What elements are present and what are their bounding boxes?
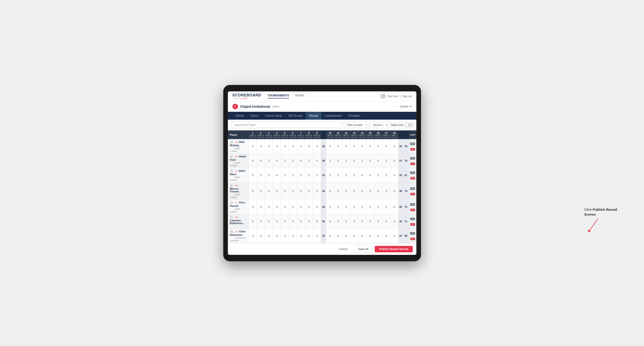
score-hole-4[interactable]: 4	[273, 168, 281, 182]
cancel-footer-button[interactable]: Cancel	[335, 246, 352, 252]
score-hole-6[interactable]: 5	[289, 199, 297, 214]
score-hole-14[interactable]: 4	[358, 182, 366, 199]
score-hole-16[interactable]: 5	[374, 214, 382, 228]
score-hole-3[interactable]: 4	[265, 199, 273, 214]
score-hole-13[interactable]: 5	[350, 182, 358, 199]
score-hole-8[interactable]: 3	[305, 214, 313, 228]
score-hole-3[interactable]: 4	[265, 228, 273, 243]
score-hole-15[interactable]: 4	[366, 168, 374, 182]
wd-badge[interactable]: WD	[410, 172, 415, 174]
tab-printables[interactable]: Printables	[345, 112, 364, 120]
score-hole-16[interactable]: 4	[374, 182, 382, 199]
score-hole-18[interactable]: 6	[390, 199, 398, 214]
score-hole-12[interactable]: 3	[342, 153, 350, 168]
tab-leaderboards[interactable]: Leaderboards	[322, 112, 345, 120]
score-hole-8[interactable]: 3	[305, 199, 313, 214]
score-hole-2[interactable]: 4	[257, 228, 265, 243]
score-hole-6[interactable]: 3	[289, 139, 297, 153]
cancel-tournament-button[interactable]: Cancel ✕	[400, 105, 412, 108]
score-hole-16[interactable]: 5	[374, 168, 382, 182]
score-hole-6[interactable]: 3	[289, 182, 297, 199]
score-hole-6[interactable]: 3	[289, 214, 297, 228]
score-hole-18[interactable]: 5	[390, 139, 398, 153]
search-input[interactable]	[232, 122, 342, 128]
score-hole-14[interactable]: 3	[358, 153, 366, 168]
score-hole-7[interactable]: 5	[297, 168, 305, 182]
wd-badge[interactable]: WD	[410, 157, 415, 160]
sign-out-link[interactable]: Sign out	[402, 95, 412, 98]
score-hole-8[interactable]: 5	[305, 182, 313, 199]
round-select[interactable]: Round 3	[371, 122, 388, 128]
score-hole-7[interactable]: 4	[297, 199, 305, 214]
save-all-button[interactable]: Save All	[354, 246, 372, 253]
score-hole-11[interactable]: 5	[334, 153, 342, 168]
score-hole-9[interactable]: 3	[313, 182, 321, 199]
dq-badge[interactable]: DQ	[410, 238, 415, 240]
score-hole-10[interactable]: 5	[326, 199, 334, 214]
score-hole-12[interactable]: 6	[342, 139, 350, 153]
score-hole-4[interactable]: 3	[273, 214, 281, 228]
dq-badge[interactable]: DQ	[410, 163, 415, 165]
score-hole-17[interactable]: 3	[382, 182, 390, 199]
score-hole-5[interactable]: 4	[281, 214, 289, 228]
score-hole-7[interactable]: 3	[297, 228, 305, 243]
score-hole-8[interactable]: 3	[305, 153, 313, 168]
nav-teams[interactable]: TEAMS	[294, 94, 304, 99]
score-hole-10[interactable]: 6	[326, 214, 334, 228]
wd-badge[interactable]: WD	[410, 232, 415, 235]
score-hole-10[interactable]: 3	[326, 168, 334, 182]
score-hole-18[interactable]: 3	[390, 168, 398, 182]
score-hole-15[interactable]: 3	[366, 182, 374, 199]
score-hole-1[interactable]: 4	[249, 214, 257, 228]
score-hole-1[interactable]: 3	[249, 228, 257, 243]
score-hole-18[interactable]: 3	[390, 214, 398, 228]
score-hole-12[interactable]: 4	[342, 199, 350, 214]
score-hole-18[interactable]: 3	[390, 182, 398, 199]
score-hole-13[interactable]: 3	[350, 214, 358, 228]
score-hole-14[interactable]: 5	[358, 228, 366, 243]
score-hole-4[interactable]: 5	[273, 182, 281, 199]
score-hole-13[interactable]: 5	[350, 139, 358, 153]
score-hole-5[interactable]: 3	[281, 168, 289, 182]
score-hole-16[interactable]: 3	[374, 199, 382, 214]
dq-badge[interactable]: DQ	[410, 148, 415, 151]
score-hole-1[interactable]: 4	[249, 153, 257, 168]
wd-badge[interactable]: WD	[410, 187, 415, 190]
dq-badge[interactable]: DQ	[410, 223, 415, 226]
score-hole-13[interactable]: 3	[350, 199, 358, 214]
score-hole-5[interactable]: 3	[281, 228, 289, 243]
score-hole-13[interactable]: 5	[350, 153, 358, 168]
dq-badge[interactable]: DQ	[410, 209, 415, 211]
score-hole-14[interactable]: 5	[358, 199, 366, 214]
score-hole-9[interactable]: 3	[313, 139, 321, 153]
score-hole-3[interactable]: 3	[265, 168, 273, 182]
tab-teams[interactable]: Teams	[247, 112, 262, 120]
score-hole-10[interactable]: 3	[326, 228, 334, 243]
score-hole-12[interactable]: 3	[342, 168, 350, 182]
score-hole-11[interactable]: 5	[334, 199, 342, 214]
dq-badge[interactable]: DQ	[410, 193, 415, 195]
score-hole-6[interactable]: 3	[289, 168, 297, 182]
score-hole-1[interactable]: 3	[249, 199, 257, 214]
score-hole-18[interactable]: 3	[390, 228, 398, 243]
score-hole-14[interactable]: 3	[358, 139, 366, 153]
tab-tee-groups[interactable]: Tee Groups	[285, 112, 306, 120]
score-hole-16[interactable]: 4	[374, 228, 382, 243]
wd-badge[interactable]: WD	[410, 218, 415, 220]
tab-course-setup[interactable]: Course Setup	[262, 112, 285, 120]
score-hole-6[interactable]: 5	[289, 153, 297, 168]
score-hole-10[interactable]: 3	[326, 139, 334, 153]
score-hole-1[interactable]: 5	[249, 168, 257, 182]
score-hole-11[interactable]: 5	[334, 228, 342, 243]
score-hole-2[interactable]: 3	[257, 182, 265, 199]
tab-details[interactable]: Details	[232, 112, 248, 120]
score-hole-3[interactable]: 3	[265, 153, 273, 168]
filter-team-select[interactable]: Filter by team	[345, 122, 368, 128]
score-hole-4[interactable]: 5	[273, 139, 281, 153]
score-hole-13[interactable]: 5	[350, 168, 358, 182]
score-hole-9[interactable]: 3	[313, 168, 321, 182]
score-hole-3[interactable]: 4	[265, 182, 273, 199]
score-hole-11[interactable]: 5	[334, 139, 342, 153]
score-hole-4[interactable]: 5	[273, 199, 281, 214]
score-hole-3[interactable]: 5	[265, 214, 273, 228]
